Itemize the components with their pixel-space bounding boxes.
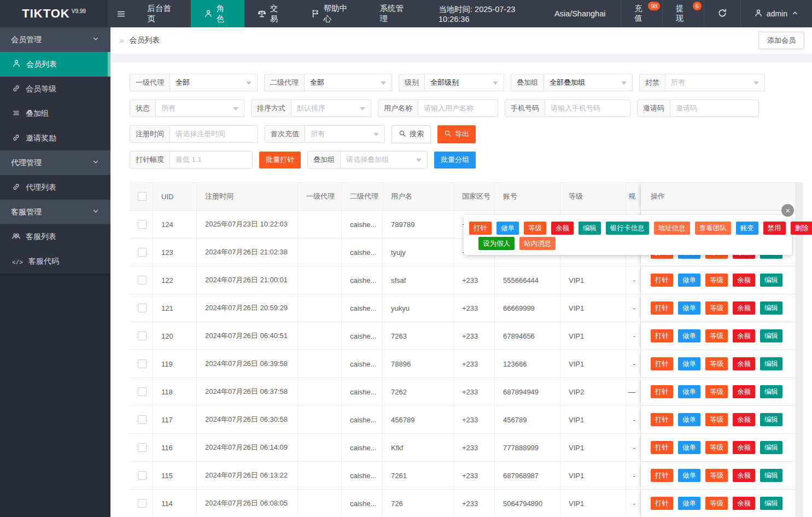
导出-button[interactable]: 导出 (437, 125, 476, 143)
sidebar-item-会员列表[interactable]: 会员列表 (0, 52, 110, 77)
sidebar-group-会员管理[interactable]: 会员管理 (0, 27, 110, 52)
账变-button[interactable]: 账变 (736, 222, 758, 235)
打针-button[interactable]: 打针 (651, 441, 673, 454)
row-checkbox[interactable] (138, 471, 147, 480)
等级-button[interactable]: 等级 (705, 301, 728, 315)
select-all-checkbox[interactable] (138, 192, 147, 201)
余额-button[interactable]: 余额 (733, 357, 755, 370)
余额-button[interactable]: 余额 (733, 329, 755, 342)
编辑-button[interactable]: 编辑 (760, 441, 782, 454)
row-checkbox[interactable] (138, 276, 147, 284)
nav-item-交易[interactable]: 交易 (244, 0, 298, 27)
sidebar-group-代理管理[interactable]: 代理管理 (0, 150, 110, 175)
打针-button[interactable]: 打针 (651, 301, 673, 315)
做单-button[interactable]: 做单 (678, 274, 700, 287)
filter-select[interactable]: 请选择叠加组 (341, 152, 427, 168)
打针-button[interactable]: 打针 (651, 413, 673, 426)
余额-button[interactable]: 余额 (733, 497, 755, 510)
编辑-button[interactable]: 编辑 (760, 301, 782, 315)
做单-button[interactable]: 做单 (496, 222, 519, 235)
打针-button[interactable]: 打针 (651, 329, 673, 342)
row-checkbox[interactable] (138, 332, 147, 340)
nav-item-系统管理[interactable]: 系统管理 (366, 0, 423, 27)
collapse-sidebar-icon[interactable] (108, 0, 134, 27)
禁用-button[interactable]: 禁用 (763, 222, 786, 235)
打针-button[interactable]: 打针 (651, 385, 673, 398)
做单-button[interactable]: 做单 (678, 413, 700, 426)
余额-button[interactable]: 余额 (551, 222, 574, 235)
等级-button[interactable]: 等级 (705, 329, 728, 342)
做单-button[interactable]: 做单 (678, 497, 700, 510)
编辑-button[interactable]: 编辑 (579, 222, 601, 235)
编辑-button[interactable]: 编辑 (760, 274, 782, 287)
sidebar-item-会员等级[interactable]: 会员等级 (0, 77, 110, 101)
编辑-button[interactable]: 编辑 (760, 329, 782, 342)
row-checkbox[interactable] (138, 220, 147, 229)
row-checkbox[interactable] (138, 443, 147, 452)
row-checkbox[interactable] (138, 248, 147, 257)
做单-button[interactable]: 做单 (678, 329, 700, 342)
filter-select[interactable]: 默认排序 (291, 100, 371, 117)
filter-input[interactable]: 请输入用户名称 (418, 100, 498, 117)
批量打针-button[interactable]: 批量打针 (259, 152, 301, 169)
filter-input[interactable]: 邀请码 (670, 100, 758, 117)
等级-button[interactable]: 等级 (705, 385, 728, 398)
filter-input[interactable]: 最低 1.1 (170, 152, 252, 168)
做单-button[interactable]: 做单 (678, 441, 700, 454)
做单-button[interactable]: 做单 (678, 385, 700, 398)
编辑-button[interactable]: 编辑 (760, 413, 782, 426)
地址信息-button[interactable]: 地址信息 (654, 222, 690, 235)
编辑-button[interactable]: 编辑 (760, 497, 782, 510)
sidebar-item-邀请奖励[interactable]: 邀请奖励 (0, 126, 110, 150)
余额-button[interactable]: 余额 (733, 274, 755, 287)
row-checkbox[interactable] (138, 359, 147, 368)
批量分组-button[interactable]: 批量分组 (434, 152, 476, 169)
站内消息-button[interactable]: 站内消息 (519, 237, 556, 250)
row-checkbox[interactable] (138, 304, 147, 312)
recharge-button[interactable]: 充值 98 (621, 0, 662, 27)
filter-select[interactable]: 所有 (156, 100, 244, 117)
余额-button[interactable]: 余额 (733, 441, 755, 454)
打针-button[interactable]: 打针 (651, 469, 673, 482)
row-checkbox[interactable] (138, 387, 147, 396)
filter-input[interactable]: 请选择注册时间 (170, 126, 258, 142)
sidebar-group-客服管理[interactable]: 客服管理 (0, 200, 110, 224)
等级-button[interactable]: 等级 (524, 222, 546, 235)
搜索-button[interactable]: 搜索 (392, 125, 431, 143)
打针-button[interactable]: 打针 (651, 497, 673, 510)
row-checkbox[interactable] (138, 415, 147, 424)
银行卡信息-button[interactable]: 银行卡信息 (606, 222, 649, 235)
编辑-button[interactable]: 编辑 (760, 385, 782, 398)
filter-input[interactable]: 请输入手机号码 (545, 100, 630, 117)
打针-button[interactable]: 打针 (651, 274, 673, 287)
设为假人-button[interactable]: 设为假人 (478, 237, 515, 250)
做单-button[interactable]: 做单 (678, 469, 700, 482)
filter-select[interactable]: 全部 (170, 74, 257, 91)
filter-select[interactable]: 全部叠加组 (544, 74, 632, 91)
sidebar-item-客服列表[interactable]: 客服列表 (0, 224, 110, 249)
nav-item-角色[interactable]: 角色 (191, 0, 244, 27)
filter-select[interactable]: 所有 (665, 74, 764, 91)
等级-button[interactable]: 等级 (705, 413, 728, 426)
nav-item-后台首页[interactable]: 后台首页 (134, 0, 191, 27)
sidebar-item-客服代码[interactable]: </>客服代码 (0, 249, 110, 274)
等级-button[interactable]: 等级 (705, 497, 728, 510)
编辑-button[interactable]: 编辑 (760, 469, 782, 482)
做单-button[interactable]: 做单 (678, 357, 700, 370)
余额-button[interactable]: 余额 (733, 385, 755, 398)
打针-button[interactable]: 打针 (651, 357, 673, 370)
refresh-button[interactable] (704, 0, 740, 27)
sidebar-item-代理列表[interactable]: 代理列表 (0, 175, 110, 200)
余额-button[interactable]: 余额 (733, 469, 755, 482)
等级-button[interactable]: 等级 (705, 357, 728, 370)
等级-button[interactable]: 等级 (705, 274, 728, 287)
打针-button[interactable]: 打针 (469, 222, 492, 235)
row-checkbox[interactable] (138, 499, 147, 508)
sidebar-item-叠加组[interactable]: 叠加组 (0, 101, 110, 126)
withdraw-button[interactable]: 提现 6 (662, 0, 704, 27)
等级-button[interactable]: 等级 (705, 469, 728, 482)
close-icon[interactable]: × (781, 204, 794, 217)
删除-button[interactable]: 删除 (791, 222, 812, 235)
余额-button[interactable]: 余额 (733, 413, 755, 426)
filter-select[interactable]: 所有 (305, 126, 384, 142)
